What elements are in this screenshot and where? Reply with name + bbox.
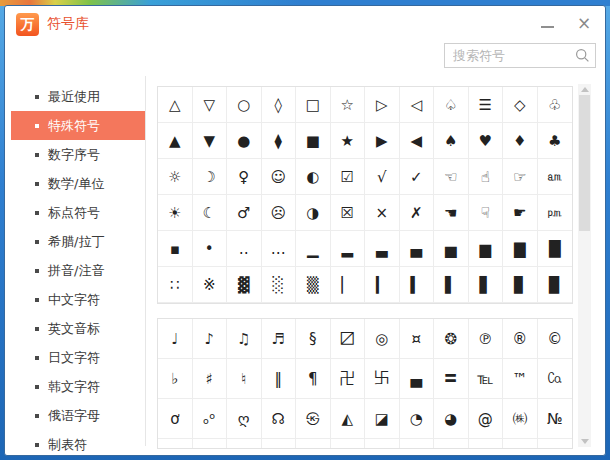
symbol-cell[interactable]: ® [503, 319, 538, 359]
symbol-cell[interactable]: ☼ [158, 159, 193, 195]
symbol-cell[interactable]: ▽ [193, 87, 228, 123]
symbol-cell[interactable]: ☊ [262, 399, 297, 439]
symbol-cell[interactable]: ▷ [365, 87, 400, 123]
symbol-cell[interactable]: ⧫ [262, 123, 297, 159]
symbol-cell[interactable]: ◕ [434, 399, 469, 439]
symbol-cell[interactable]: ◔ [400, 399, 435, 439]
search-input[interactable] [445, 48, 575, 63]
symbol-cell[interactable]: • [193, 231, 228, 267]
symbol-cell[interactable]: ♥ [469, 123, 504, 159]
symbol-cell[interactable]: ☟ [469, 195, 504, 231]
symbol-cell[interactable]: @ [469, 399, 504, 439]
symbol-cell[interactable]: ▪ [158, 231, 193, 267]
sidebar-item-11[interactable]: 俄语字母 [11, 401, 145, 430]
scroll-up-arrow-icon[interactable] [578, 84, 591, 95]
close-button[interactable]: × [573, 12, 595, 34]
symbol-cell[interactable]: ‥ [227, 231, 262, 267]
symbol-cell[interactable]: ▒ [296, 267, 331, 303]
symbol-cell[interactable]: ▅ [434, 231, 469, 267]
sidebar-item-5[interactable]: 希腊/拉丁 [11, 227, 145, 256]
symbol-cell[interactable]: ◇ [503, 87, 538, 123]
symbol-cell[interactable]: … [262, 231, 297, 267]
sidebar-item-4[interactable]: 标点符号 [11, 198, 145, 227]
symbol-cell[interactable]: ♭ [158, 359, 193, 399]
symbol-cell[interactable]: ℡ [469, 359, 504, 399]
sidebar-item-2[interactable]: 数字序号 [11, 140, 145, 169]
symbol-cell[interactable]: ▄ [400, 359, 435, 399]
symbol-cell[interactable]: ♮ [227, 359, 262, 399]
symbol-cell[interactable]: ✗ [400, 195, 435, 231]
symbol-cell[interactable]: ♯ [193, 359, 228, 399]
symbol-cell[interactable]: ☚ [434, 195, 469, 231]
symbol-cell[interactable]: ▄ [400, 231, 435, 267]
symbol-cell[interactable]: 〼 [331, 319, 366, 359]
symbol-cell[interactable]: █ [538, 231, 573, 267]
symbol-cell[interactable]: ※ [193, 267, 228, 303]
symbol-cell[interactable]: § [296, 319, 331, 359]
symbol-cell[interactable]: ▓ [227, 267, 262, 303]
scroll-down-arrow-icon[interactable] [578, 436, 591, 447]
symbol-cell[interactable]: ░ [262, 267, 297, 303]
symbol-cell[interactable]: ▋ [469, 267, 504, 303]
symbol-cell[interactable]: ☞ [503, 159, 538, 195]
sidebar-item-6[interactable]: 拼音/注音 [11, 256, 145, 285]
minimize-button[interactable] [537, 12, 559, 34]
symbol-cell[interactable]: ▊ [503, 267, 538, 303]
symbol-cell[interactable]: ◭ [331, 399, 366, 439]
symbol-cell[interactable]: ㏘ [538, 195, 573, 231]
symbol-cell[interactable]: ○ [227, 87, 262, 123]
symbol-cell[interactable]: ₒᵒ [193, 399, 228, 439]
symbol-cell[interactable]: ◀ [400, 123, 435, 159]
symbol-cell[interactable]: ◊ [262, 87, 297, 123]
symbol-cell[interactable]: ◁ [400, 87, 435, 123]
symbol-cell[interactable]: ▇ [503, 231, 538, 267]
symbol-cell[interactable]: № [538, 399, 573, 439]
symbol-cell[interactable]: ☝ [469, 159, 504, 195]
sidebar-item-9[interactable]: 日文字符 [11, 343, 145, 372]
symbol-cell[interactable]: ☛ [503, 195, 538, 231]
symbol-cell[interactable]: ♦ [503, 123, 538, 159]
symbol-cell[interactable]: ❂ [434, 319, 469, 359]
symbol-cell[interactable]: × [365, 195, 400, 231]
symbol-cell[interactable]: ♣ [538, 123, 573, 159]
symbol-cell[interactable]: ☹ [262, 195, 297, 231]
symbol-cell[interactable]: ▉ [538, 267, 573, 303]
symbol-cell[interactable]: ☽ [193, 159, 228, 195]
symbol-cell[interactable]: ¤ [400, 319, 435, 359]
sidebar-item-7[interactable]: 中文字符 [11, 285, 145, 314]
symbol-cell[interactable]: ㏂ [538, 159, 573, 195]
symbol-cell[interactable]: ♤ [434, 87, 469, 123]
symbol-cell[interactable]: ☾ [193, 195, 228, 231]
symbol-cell[interactable]: ☆ [331, 87, 366, 123]
symbol-cell[interactable]: ◐ [296, 159, 331, 195]
sidebar-item-10[interactable]: 韩文字符 [11, 372, 145, 401]
symbol-cell[interactable]: ☀ [158, 195, 193, 231]
symbol-cell[interactable]: 卐 [365, 359, 400, 399]
symbol-cell[interactable]: ▶ [365, 123, 400, 159]
symbol-cell[interactable]: ☰ [469, 87, 504, 123]
symbol-cell[interactable]: ♠ [434, 123, 469, 159]
symbol-cell[interactable]: ¶ [296, 359, 331, 399]
symbol-cell[interactable]: ∷ [158, 267, 193, 303]
symbol-cell[interactable]: ▏ [331, 267, 366, 303]
symbol-cell[interactable]: ♬ [262, 319, 297, 359]
symbol-cell[interactable]: ☒ [331, 195, 366, 231]
symbol-cell[interactable]: ◎ [365, 319, 400, 359]
symbol-cell[interactable]: ▁ [296, 231, 331, 267]
symbol-cell[interactable]: ™ [503, 359, 538, 399]
symbol-cell[interactable]: △ [158, 87, 193, 123]
scrollbar-thumb[interactable] [579, 95, 590, 231]
symbol-cell[interactable]: ■ [296, 123, 331, 159]
symbol-cell[interactable]: ◪ [365, 399, 400, 439]
symbol-cell[interactable]: ㏇ [538, 359, 573, 399]
symbol-cell[interactable]: ㈱ [503, 399, 538, 439]
symbol-cell[interactable]: ♫ [227, 319, 262, 359]
symbol-cell[interactable]: ‖ [262, 359, 297, 399]
sidebar-item-1[interactable]: 特殊符号 [11, 111, 145, 140]
symbol-cell[interactable]: 卍 [331, 359, 366, 399]
sidebar-item-8[interactable]: 英文音标 [11, 314, 145, 343]
symbol-cell[interactable]: √ [365, 159, 400, 195]
search-icon[interactable] [575, 48, 590, 63]
symbol-cell[interactable]: 〓 [434, 359, 469, 399]
symbol-cell[interactable]: ▆ [469, 231, 504, 267]
